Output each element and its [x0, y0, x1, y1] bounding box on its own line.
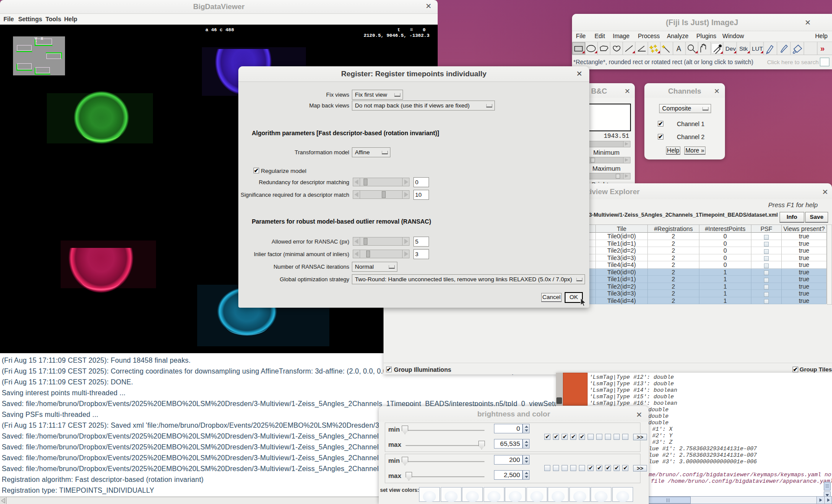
- svg-text:Stk: Stk: [739, 46, 748, 52]
- svg-text:LUT: LUT: [752, 46, 763, 52]
- svg-text:»: »: [820, 44, 825, 53]
- svg-text:Dev: Dev: [725, 46, 736, 52]
- svg-text:A: A: [676, 45, 681, 52]
